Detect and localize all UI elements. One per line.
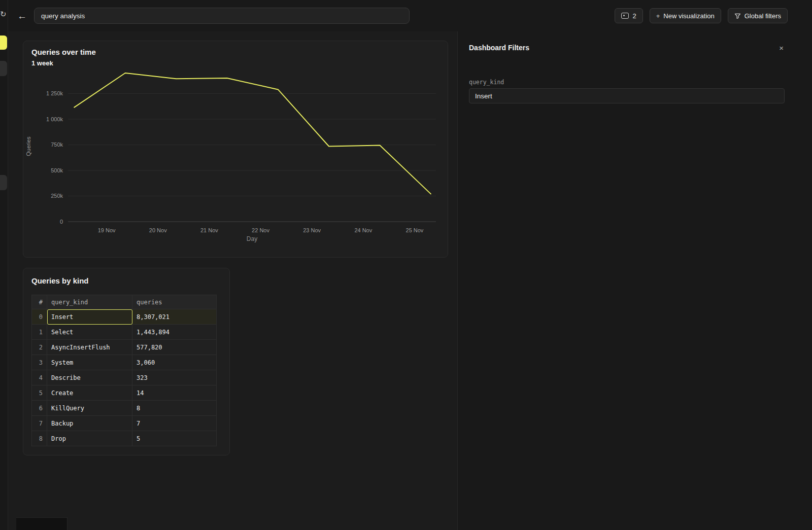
x-axis-tick-label: 19 Nov (98, 227, 116, 233)
bottom-left-panel-edge (16, 517, 67, 530)
left-sidebar: ↻ (0, 0, 8, 530)
queries-value-cell: 5 (132, 431, 217, 446)
queries-value-cell: 14 (132, 385, 217, 401)
close-icon: × (779, 44, 784, 52)
row-index-cell: 3 (32, 355, 47, 370)
row-index-cell: 8 (32, 431, 47, 446)
query-kind-cell[interactable]: Select (47, 325, 132, 340)
x-axis-tick-label: 25 Nov (406, 227, 424, 233)
y-axis-tick-label: 250k (51, 193, 63, 199)
row-index-cell: 5 (32, 385, 47, 401)
sidebar-item[interactable] (0, 175, 7, 190)
chart-card-queries-over-time: Queries over time 1 week 0250k500k750k1 … (23, 41, 448, 258)
main-content: Queries over time 1 week 0250k500k750k1 … (8, 31, 457, 530)
column-header-queries: queries (132, 295, 217, 309)
chart-title: Queries over time (31, 48, 96, 56)
sidebar-item-active[interactable] (0, 36, 7, 50)
app-root: ↻ ← query analysis 2 + New visualization (0, 0, 812, 530)
funnel-icon (734, 13, 741, 19)
queries-value-cell: 8,307,021 (132, 309, 217, 325)
dashboard-filters-panel: Dashboard Filters × query_kind Insert (457, 31, 812, 530)
query-kind-cell[interactable]: Describe (47, 370, 132, 385)
filters-panel-header: Dashboard Filters × (469, 44, 784, 52)
table-row: 3System3,060 (32, 355, 217, 370)
line-chart[interactable]: 0250k500k750k1 000k1 250k19 Nov20 Nov21 … (23, 63, 445, 251)
queries-by-kind-table: #query_kindqueries 0Insert8,307,0211Sele… (31, 295, 217, 446)
filters-panel-title: Dashboard Filters (469, 44, 529, 52)
y-axis-tick-label: 1 250k (46, 90, 63, 96)
x-axis-tick-label: 20 Nov (149, 227, 167, 233)
table-row: 8Drop5 (32, 431, 217, 446)
query-kind-filter-input[interactable]: Insert (469, 88, 785, 103)
row-index-cell: 4 (32, 370, 47, 385)
x-axis-label: Day (247, 235, 257, 242)
queries-value-cell: 1,443,894 (132, 325, 217, 340)
queries-value-cell: 577,820 (132, 340, 217, 355)
x-axis-tick-label: 24 Nov (354, 227, 372, 233)
table-row: 7Backup7 (32, 416, 217, 431)
x-axis-tick-label: 21 Nov (200, 227, 218, 233)
table-row: 2AsyncInsertFlush577,820 (32, 340, 217, 355)
table-row: 0Insert8,307,021 (32, 309, 217, 325)
column-header-query_kind: query_kind (47, 295, 132, 309)
y-axis-tick-label: 0 (60, 219, 63, 225)
table-title: Queries by kind (31, 276, 89, 285)
queries-value-cell: 323 (132, 370, 217, 385)
query-kind-cell[interactable]: KillQuery (47, 401, 132, 416)
new-visualization-label: New visualization (663, 12, 714, 20)
query-kind-cell[interactable]: System (47, 355, 132, 370)
y-axis-tick-label: 1 000k (46, 116, 63, 122)
x-axis-tick-label: 23 Nov (303, 227, 321, 233)
row-index-cell: 2 (32, 340, 47, 355)
queries-value-cell: 8 (132, 401, 217, 416)
x-axis-tick-label: 22 Nov (252, 227, 269, 233)
sidebar-item[interactable] (0, 61, 7, 76)
visualization-count-icon (621, 13, 629, 19)
topbar: ← query analysis 2 + New visualization G… (8, 0, 812, 31)
dashboard-title-input[interactable]: query analysis (34, 8, 410, 24)
global-filters-label: Global filters (745, 12, 781, 20)
y-axis-label: Queries (25, 136, 31, 156)
visualization-count-value: 2 (632, 12, 636, 20)
table-row: 4Describe323 (32, 370, 217, 385)
queries-series-line (74, 73, 431, 194)
queries-value-cell: 7 (132, 416, 217, 431)
row-index-cell: 6 (32, 401, 47, 416)
query-kind-cell[interactable]: Create (47, 385, 132, 401)
row-index-cell: 1 (32, 325, 47, 340)
table-card-queries-by-kind: Queries by kind #query_kindqueries 0Inse… (23, 268, 230, 455)
query-kind-cell[interactable]: Drop (47, 431, 132, 446)
close-button[interactable]: × (779, 44, 784, 52)
row-index-cell: 7 (32, 416, 47, 431)
filter-field-label: query_kind (469, 79, 504, 86)
row-index-cell: 0 (32, 309, 47, 325)
global-filters-button[interactable]: Global filters (728, 8, 788, 23)
y-axis-tick-label: 500k (51, 167, 63, 173)
table-header-row: #query_kindqueries (32, 295, 217, 309)
table-row: 5Create14 (32, 385, 217, 401)
dashboard-title-value: query analysis (41, 12, 85, 20)
query-kind-filter-value: Insert (475, 92, 492, 100)
queries-value-cell: 3,060 (132, 355, 217, 370)
query-kind-cell[interactable]: Insert (47, 309, 132, 325)
query-kind-cell[interactable]: Backup (47, 416, 132, 431)
column-header-index: # (32, 295, 47, 309)
new-visualization-button[interactable]: + New visualization (650, 8, 721, 23)
back-button[interactable]: ← (17, 11, 27, 21)
query-kind-cell[interactable]: AsyncInsertFlush (47, 340, 132, 355)
y-axis-tick-label: 750k (51, 142, 63, 148)
visualization-count-button[interactable]: 2 (615, 8, 642, 23)
plus-icon: + (656, 12, 660, 20)
table-row: 6KillQuery8 (32, 401, 217, 416)
back-arrow-icon: ← (17, 11, 27, 21)
table-row: 1Select1,443,894 (32, 325, 217, 340)
refresh-icon[interactable]: ↻ (0, 10, 7, 18)
